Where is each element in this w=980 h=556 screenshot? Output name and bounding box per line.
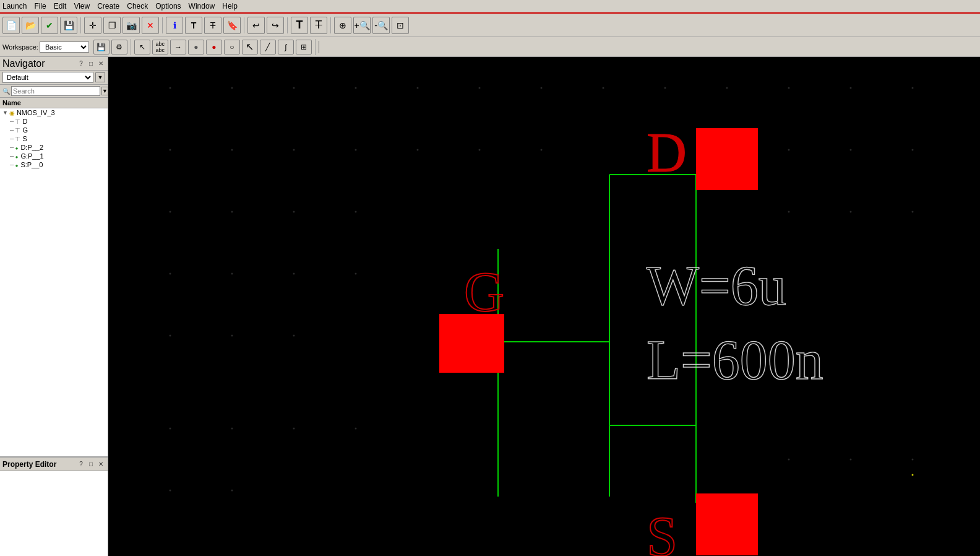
end-sep (319, 41, 319, 53)
navigator-menu-btn[interactable]: ▼ (95, 72, 105, 82)
bookmark-button[interactable]: 🔖 (223, 17, 241, 34)
svg-point-15 (293, 149, 295, 151)
tree-item-g[interactable]: ─ ⊤ G (0, 126, 108, 134)
menu-view[interactable]: View (74, 2, 90, 11)
menu-launch[interactable]: Launch (2, 2, 27, 11)
svg-point-6 (541, 87, 543, 89)
line-tool-button[interactable]: ╱ (260, 40, 276, 54)
circle-outline-button[interactable]: ○ (224, 40, 240, 54)
text2-button[interactable]: T (204, 17, 221, 34)
toolbar-2: Workspace: Basic Advanced Custom 💾 ⚙ ↖ a… (0, 37, 980, 57)
nmos-folder-icon: ◉ (9, 110, 15, 116)
menu-edit[interactable]: Edit (54, 2, 67, 11)
dp2-label: D:P__2 (20, 144, 43, 151)
undo-button[interactable]: ↩ (247, 17, 265, 34)
svg-point-13 (170, 149, 171, 151)
redo-button[interactable]: ↪ (267, 17, 284, 34)
tree-item-gp1[interactable]: ─ ⬥ G:P__1 (0, 152, 108, 160)
tree-item-sp0[interactable]: ─ ⬥ S:P__0 (0, 160, 108, 169)
strike-t-button[interactable]: T (310, 17, 327, 34)
tree-item-nmos[interactable]: ▼ ◉ NMOS_IV_3 (0, 108, 108, 117)
svg-point-38 (231, 428, 233, 430)
manage-workspace-button[interactable]: ⚙ (111, 40, 127, 54)
tree-item-dp2[interactable]: ─ ⬥ D:P__2 (0, 143, 108, 152)
svg-point-0 (170, 87, 171, 89)
svg-point-46 (912, 474, 914, 476)
workspace-dropdown[interactable]: Basic Advanced Custom (40, 41, 89, 53)
nmos-label: NMOS_IV_3 (17, 109, 55, 116)
wire-button[interactable]: → (170, 40, 186, 54)
screenshot-button[interactable]: 📷 (123, 17, 140, 34)
svg-point-32 (850, 149, 852, 151)
circle-button[interactable]: ● (206, 40, 222, 54)
sep5 (330, 17, 331, 33)
s-label: S (22, 135, 27, 142)
sep6 (131, 39, 131, 55)
menu-options[interactable]: Options (155, 2, 181, 11)
svg-point-42 (231, 490, 233, 492)
default-dropdown[interactable]: Default (2, 72, 93, 83)
property-close-icon[interactable]: ✕ (97, 460, 105, 469)
zoom-refresh-button[interactable]: ⊡ (392, 17, 409, 34)
text-abc-button[interactable]: abcabc (152, 40, 168, 54)
copy-button[interactable]: ❐ (103, 17, 121, 34)
svg-point-8 (664, 87, 666, 89)
check-button[interactable]: ✔ (41, 17, 58, 34)
navigator-close-icon[interactable]: ✕ (97, 59, 105, 68)
svg-point-24 (293, 273, 295, 275)
zoom-out-button[interactable]: -🔍 (372, 17, 390, 34)
svg-point-31 (788, 149, 790, 151)
svg-point-1 (231, 87, 233, 89)
save-button[interactable]: 💾 (60, 17, 77, 34)
delete-button[interactable]: ✕ (142, 17, 159, 34)
menu-file[interactable]: File (34, 2, 46, 11)
cursor-button[interactable]: ↖ (242, 40, 258, 54)
canvas-area[interactable]: D G S W=6u L=600n (108, 57, 980, 556)
tree-item-s[interactable]: ─ ⊤ S (0, 134, 108, 143)
property-editor-panel: Property Editor ? □ ✕ (0, 457, 108, 556)
s-expand-icon: ─ (10, 136, 14, 142)
info-button[interactable]: ℹ (166, 17, 183, 34)
search-dropdown-btn[interactable]: ▼ (101, 87, 108, 95)
search-input[interactable] (11, 86, 100, 96)
grid-button[interactable]: ⊞ (296, 40, 312, 54)
sep7 (315, 39, 316, 55)
open-button[interactable]: 📂 (22, 17, 39, 34)
sep2 (162, 17, 163, 33)
menu-window[interactable]: Window (189, 2, 215, 11)
property-float-icon[interactable]: □ (87, 460, 95, 469)
menu-check[interactable]: Check (127, 2, 148, 11)
zoom-fit-button[interactable]: ⊕ (334, 17, 351, 34)
w-label: W=6u (647, 255, 786, 316)
save-workspace-button[interactable]: 💾 (93, 40, 110, 54)
navigator-float-icon[interactable]: □ (87, 59, 95, 68)
navigator-help-icon[interactable]: ? (77, 59, 85, 68)
sidebar: Navigator ? □ ✕ Default ▼ 🔍 ▼ (0, 57, 108, 556)
new-button[interactable]: 📄 (2, 17, 20, 34)
svg-point-43 (788, 459, 790, 461)
svg-point-10 (788, 87, 790, 89)
curve-tool-button[interactable]: ∫ (278, 40, 294, 54)
tree-container[interactable]: ▼ ◉ NMOS_IV_3 ─ ⊤ D ─ ⊤ G (0, 108, 108, 456)
big-t-button[interactable]: T (291, 17, 308, 34)
property-help-icon[interactable]: ? (77, 460, 85, 469)
navigator-title: Navigator (2, 58, 45, 69)
menu-create[interactable]: Create (97, 2, 119, 11)
text1-button[interactable]: T (185, 17, 202, 34)
select-tool-button[interactable]: ↖ (134, 40, 150, 54)
tree-header-label: Name (2, 99, 21, 106)
filled-circle-button[interactable]: ● (188, 40, 204, 54)
navigator-panel: Navigator ? □ ✕ Default ▼ 🔍 ▼ (0, 57, 108, 457)
zoom-in-button[interactable]: +🔍 (353, 17, 371, 34)
svg-point-23 (231, 273, 233, 275)
svg-point-26 (170, 335, 171, 337)
dp2-expand-icon: ─ (10, 144, 14, 150)
navigator-header: Navigator ? □ ✕ (0, 57, 108, 71)
move-button[interactable]: ✛ (84, 17, 101, 34)
menu-help[interactable]: Help (222, 2, 238, 11)
g-circuit-label: G (464, 261, 504, 323)
svg-point-45 (912, 459, 914, 461)
tree-item-d[interactable]: ─ ⊤ D (0, 117, 108, 126)
sep4 (287, 17, 288, 33)
g-pin-icon: ⊤ (15, 127, 20, 134)
